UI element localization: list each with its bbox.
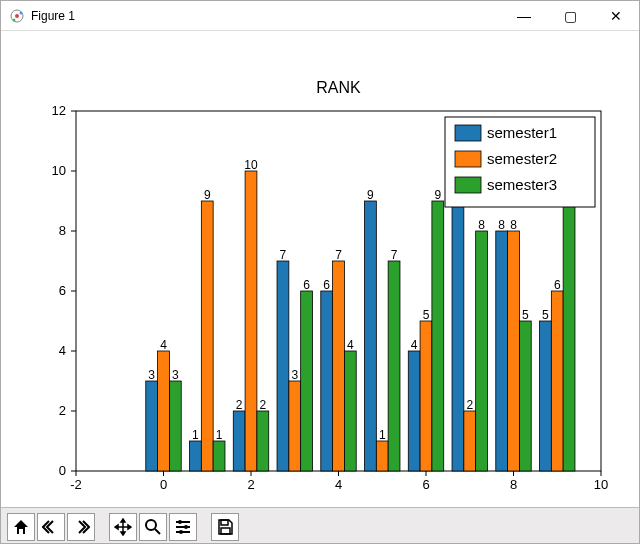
bar-value-label: 7 [391, 248, 398, 262]
legend-label: semester3 [487, 176, 557, 193]
bar [496, 231, 508, 471]
zoom-button[interactable] [139, 513, 167, 541]
svg-point-18 [146, 520, 156, 530]
maximize-button[interactable]: ▢ [547, 1, 593, 31]
svg-point-20 [178, 520, 182, 524]
nav-toolbar [1, 507, 639, 544]
legend-label: semester1 [487, 124, 557, 141]
bar-value-label: 5 [522, 308, 529, 322]
home-button[interactable] [7, 513, 35, 541]
bar [508, 231, 520, 471]
y-tick-label: 4 [59, 343, 66, 358]
close-button[interactable]: ✕ [593, 1, 639, 31]
bar [333, 261, 345, 471]
bar [464, 411, 476, 471]
configure-button[interactable] [169, 513, 197, 541]
svg-point-22 [179, 530, 183, 534]
bar [540, 321, 552, 471]
svg-rect-23 [221, 520, 228, 525]
pan-button[interactable] [109, 513, 137, 541]
bar-value-label: 7 [335, 248, 342, 262]
bar [289, 381, 301, 471]
bar-value-label: 8 [498, 218, 505, 232]
bar [408, 351, 420, 471]
minimize-button[interactable]: — [501, 1, 547, 31]
app-icon [9, 8, 25, 24]
save-button[interactable] [211, 513, 239, 541]
bar [245, 171, 257, 471]
bar [321, 291, 333, 471]
x-tick-label: 0 [160, 477, 167, 492]
home-icon [12, 518, 30, 536]
svg-point-21 [184, 525, 188, 529]
bar-value-label: 3 [291, 368, 298, 382]
bar-value-label: 5 [423, 308, 430, 322]
figure-canvas[interactable]: RANK-20246810024681012312769498549103715… [1, 31, 640, 507]
close-icon: ✕ [610, 8, 622, 24]
bar [169, 381, 181, 471]
legend-swatch [455, 151, 481, 167]
bar-value-label: 2 [466, 398, 473, 412]
bar-value-label: 4 [160, 338, 167, 352]
bar [519, 321, 531, 471]
bar [257, 411, 269, 471]
bar-value-label: 3 [172, 368, 179, 382]
title-bar: Figure 1 — ▢ ✕ [1, 1, 639, 31]
forward-icon [72, 518, 90, 536]
chart-title: RANK [316, 79, 361, 96]
bar-value-label: 6 [323, 278, 330, 292]
legend-swatch [455, 125, 481, 141]
bar-value-label: 8 [478, 218, 485, 232]
bar-value-label: 9 [204, 188, 211, 202]
bar [476, 231, 488, 471]
y-tick-label: 12 [52, 103, 66, 118]
bar-value-label: 7 [280, 248, 287, 262]
bar-value-label: 10 [244, 158, 258, 172]
y-tick-label: 8 [59, 223, 66, 238]
bar-value-label: 4 [411, 338, 418, 352]
bar [277, 261, 289, 471]
bar-value-label: 5 [542, 308, 549, 322]
zoom-icon [144, 518, 162, 536]
svg-line-19 [155, 529, 160, 534]
bar [388, 261, 400, 471]
bar [158, 351, 170, 471]
legend-label: semester2 [487, 150, 557, 167]
x-tick-label: -2 [70, 477, 82, 492]
pan-icon [114, 518, 132, 536]
forward-button[interactable] [67, 513, 95, 541]
bar-value-label: 1 [192, 428, 199, 442]
y-tick-label: 6 [59, 283, 66, 298]
bar-value-label: 4 [347, 338, 354, 352]
svg-rect-24 [221, 528, 230, 534]
bar-value-label: 2 [236, 398, 243, 412]
bar-value-label: 3 [148, 368, 155, 382]
bar [551, 291, 563, 471]
back-icon [42, 518, 60, 536]
bar [365, 201, 377, 471]
bar [420, 321, 432, 471]
bar [190, 441, 202, 471]
x-tick-label: 6 [422, 477, 429, 492]
bar [146, 381, 158, 471]
bar [233, 411, 245, 471]
minimize-icon: — [517, 8, 531, 24]
x-tick-label: 8 [510, 477, 517, 492]
bar [344, 351, 356, 471]
bar-value-label: 2 [259, 398, 266, 412]
x-tick-label: 4 [335, 477, 342, 492]
maximize-icon: ▢ [564, 8, 577, 24]
configure-icon [174, 518, 192, 536]
bar-value-label: 8 [510, 218, 517, 232]
back-button[interactable] [37, 513, 65, 541]
svg-point-2 [20, 11, 23, 14]
bar [563, 201, 575, 471]
bar [376, 441, 388, 471]
bar-value-label: 6 [303, 278, 310, 292]
bar [432, 201, 444, 471]
bar-value-label: 1 [216, 428, 223, 442]
svg-point-1 [15, 14, 19, 18]
y-tick-label: 2 [59, 403, 66, 418]
bar [201, 201, 213, 471]
window-title: Figure 1 [31, 9, 75, 23]
